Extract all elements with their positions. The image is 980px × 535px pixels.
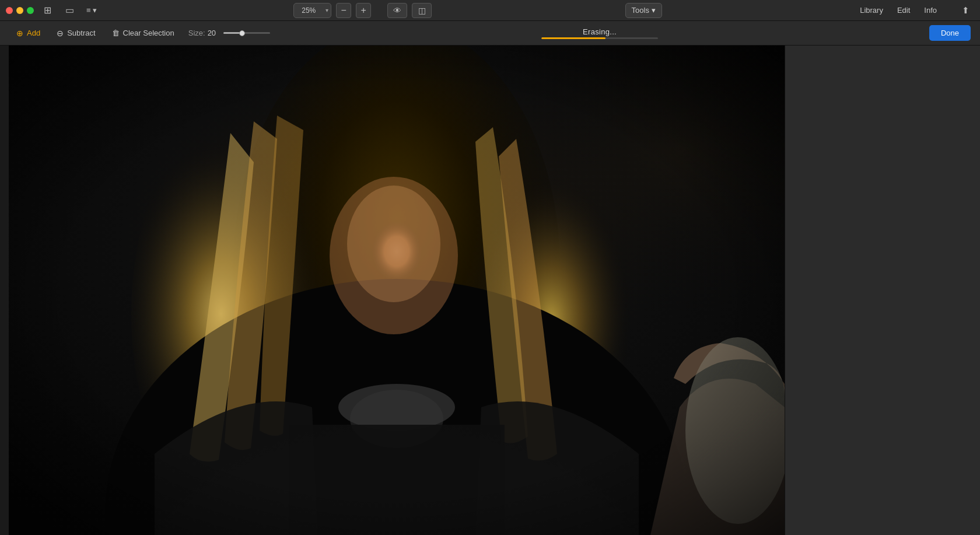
- grid-icon: ⊞: [44, 5, 51, 16]
- portrait-svg: [9, 46, 785, 535]
- minus-icon: −: [341, 5, 346, 16]
- library-button[interactable]: Library: [855, 4, 888, 17]
- photo-background: [9, 46, 785, 535]
- size-slider-thumb[interactable]: [239, 30, 245, 36]
- split-view-icon: ◫: [418, 6, 426, 15]
- trash-icon: 🗑: [112, 29, 120, 37]
- erasing-label: Erasing...: [583, 27, 617, 36]
- size-slider[interactable]: [223, 32, 270, 34]
- erasing-progress-fill: [541, 37, 606, 39]
- zoom-out-button[interactable]: −: [336, 3, 351, 18]
- toolbar: ⊕ Add ⊖ Subtract 🗑 Clear Selection Size:…: [0, 21, 980, 46]
- edit-button[interactable]: Edit: [892, 4, 915, 17]
- share-icon-button[interactable]: ⬆: [957, 2, 974, 19]
- subtract-button[interactable]: ⊖ Subtract: [50, 26, 102, 41]
- eye-icon: 👁: [393, 6, 401, 15]
- done-button[interactable]: Done: [929, 25, 971, 41]
- photo-canvas[interactable]: [9, 46, 785, 535]
- share-icon: ⬆: [962, 5, 970, 16]
- zoom-control[interactable]: 25% ▾: [293, 3, 331, 18]
- add-button[interactable]: ⊕ Add: [9, 26, 47, 41]
- window-icon: ▭: [65, 5, 74, 16]
- subtract-icon: ⊖: [57, 29, 64, 38]
- plus-icon: +: [361, 5, 366, 16]
- zoom-in-button[interactable]: +: [356, 3, 371, 18]
- maximize-button[interactable]: [27, 7, 34, 14]
- erasing-progress-track: [541, 37, 658, 39]
- window-controls: [6, 7, 34, 14]
- add-label: Add: [27, 29, 40, 37]
- split-view-button[interactable]: ◫: [412, 3, 432, 18]
- subtract-label: Subtract: [67, 29, 95, 37]
- size-value: 20: [208, 29, 216, 37]
- zoom-value: 25%: [294, 6, 323, 15]
- close-button[interactable]: [6, 7, 13, 14]
- window-icon-button[interactable]: ▭: [61, 2, 78, 19]
- clear-selection-label: Clear Selection: [123, 29, 174, 37]
- canvas-area: [0, 46, 980, 535]
- erasing-status: Erasing...: [272, 27, 927, 39]
- list-icon: ≡ ▾: [86, 6, 97, 15]
- zoom-dropdown-arrow[interactable]: ▾: [323, 7, 331, 13]
- tools-dropdown-button[interactable]: Tools ▾: [625, 3, 662, 18]
- info-button[interactable]: Info: [919, 4, 942, 17]
- eye-view-button[interactable]: 👁: [387, 3, 407, 18]
- grid-icon-button[interactable]: ⊞: [38, 2, 56, 19]
- top-nav-bar: ⊞ ▭ ≡ ▾ 25% ▾ − + 👁 ◫ Tools ▾ Library Ed…: [0, 0, 980, 21]
- tools-dropdown-arrow: ▾: [652, 6, 656, 15]
- minimize-button[interactable]: [16, 7, 23, 14]
- clear-selection-button[interactable]: 🗑 Clear Selection: [105, 26, 181, 40]
- size-label: Size:: [188, 29, 205, 37]
- right-panel: [785, 46, 980, 535]
- tools-label: Tools: [632, 6, 649, 15]
- list-icon-button[interactable]: ≡ ▾: [83, 2, 100, 19]
- add-icon: ⊕: [16, 29, 23, 38]
- svg-rect-13: [9, 46, 785, 535]
